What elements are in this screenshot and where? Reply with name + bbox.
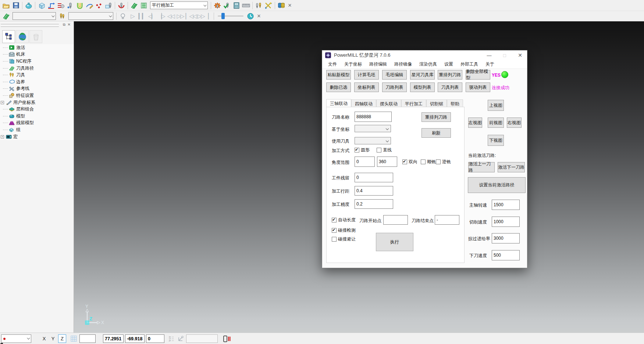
circular-checkbox[interactable]: 圆形	[355, 147, 370, 153]
toolpath-list-button[interactable]: 刀路列表	[382, 83, 407, 92]
menu-path-edit[interactable]: 路径编辑	[366, 61, 391, 67]
stock-remain-input[interactable]	[355, 173, 393, 182]
execute-button[interactable]: 执行	[376, 233, 413, 251]
menu-about[interactable]: 关于	[482, 61, 498, 67]
tree-item-machine[interactable]: 机床	[0, 51, 74, 58]
go-start-icon[interactable]: ▏◁◁	[185, 13, 197, 20]
points-icon[interactable]	[94, 1, 104, 10]
model-list-button[interactable]: 模型列表	[410, 83, 435, 92]
line-checkbox[interactable]: 直线	[377, 147, 392, 153]
panel-toggle-icon[interactable]	[222, 334, 232, 343]
tree-item-patterns[interactable]: 参考线	[0, 85, 74, 92]
tree-item-groups[interactable]: 组	[0, 126, 74, 133]
leads-links-icon[interactable]	[75, 1, 85, 10]
panel-grip[interactable]	[1, 23, 59, 24]
tree-item-macros[interactable]: +宏	[0, 133, 74, 140]
float-panel-icon[interactable]: ⧉	[63, 22, 65, 27]
tab-saw[interactable]: 切割锯	[426, 99, 447, 107]
axis-z-button[interactable]: Z	[58, 334, 66, 343]
simulation-speed-slider[interactable]	[218, 15, 243, 17]
simulation-speed-icon[interactable]	[246, 12, 255, 21]
transform-icon[interactable]	[264, 1, 273, 10]
compare-models-icon[interactable]	[277, 1, 286, 10]
trash-tab[interactable]	[29, 30, 42, 43]
toolbar-close-button[interactable]: ✕	[286, 3, 293, 8]
expand-icon[interactable]: +	[1, 135, 4, 138]
toolpath-heights-icon[interactable]	[46, 1, 56, 10]
collision-avoid-checkbox[interactable]: 碰撞避让	[332, 236, 356, 242]
globe-tab[interactable]	[16, 30, 29, 43]
simulation-tool-select[interactable]	[68, 12, 113, 20]
tool-gold-icon[interactable]	[57, 12, 67, 21]
top-view-button[interactable]: 上视图	[488, 100, 504, 111]
feeds-speeds-icon[interactable]	[117, 1, 126, 10]
tree-item-tools[interactable]: 刀具	[0, 71, 74, 78]
coordinate-list-icon[interactable]: X=Y=Z=	[168, 334, 175, 343]
panel-grip[interactable]	[1, 26, 59, 27]
skim-feed-input[interactable]	[492, 233, 520, 243]
front-view-button[interactable]: 前视图	[488, 117, 504, 128]
tab-tilthead[interactable]: 摆头联动	[376, 99, 401, 107]
nc-program-icon[interactable]	[129, 1, 139, 10]
nc-program-icon[interactable]	[1, 12, 11, 21]
use-tool-select[interactable]	[355, 137, 391, 144]
tab-parallel[interactable]: 平行加工	[401, 99, 426, 107]
toolpath-name-input[interactable]	[355, 112, 392, 122]
tool-list-button[interactable]: 刀具列表	[438, 83, 462, 92]
conventional-mill-checkbox[interactable]: 逆铣	[436, 159, 451, 165]
rewind-icon[interactable]: ◁◁	[166, 13, 175, 20]
tree-item-workplanes[interactable]: +用户坐标系	[0, 99, 74, 106]
menu-file[interactable]: 文件	[324, 61, 341, 67]
maximize-button[interactable]: □	[499, 50, 510, 60]
menu-path-mirror[interactable]: 路径镜像	[391, 61, 416, 67]
menu-external-tools[interactable]: 外部工具	[457, 61, 482, 67]
close-button[interactable]: ✕	[514, 50, 526, 60]
coord-list-button[interactable]: 坐标列表	[354, 83, 379, 92]
slider-handle[interactable]	[221, 13, 225, 19]
tab-4axis[interactable]: 四轴联动	[351, 99, 376, 107]
tree-item-nc-program[interactable]: NC程序	[0, 58, 74, 65]
simulation-toolpath-select[interactable]	[13, 12, 56, 20]
minimize-button[interactable]: —	[483, 50, 495, 60]
verify-icon[interactable]	[222, 1, 232, 10]
axis-y-button[interactable]: Y	[49, 334, 57, 343]
explorer-tree-tab[interactable]	[2, 30, 15, 43]
axis-x-button[interactable]: X	[40, 334, 48, 343]
menu-settings[interactable]: 设置	[441, 61, 457, 67]
tree-item-active[interactable]: 激活	[0, 44, 74, 51]
angle-from-input[interactable]	[355, 157, 375, 167]
rearrange-toolpath-button[interactable]: 重排列刀路	[438, 70, 462, 80]
calc-stock-button[interactable]: 计算毛坯	[354, 70, 379, 80]
right-view-button[interactable]: 右视图	[507, 117, 522, 128]
tool-compensation-icon[interactable]	[56, 1, 65, 10]
auto-length-checkbox[interactable]: 自动长度	[332, 217, 356, 223]
left-view-button[interactable]: 左视图	[468, 117, 482, 128]
dialog-titlebar[interactable]: PowerMILL 忆梦星河 7.0.6 — □ ✕	[322, 50, 527, 60]
menu-about-coords[interactable]: 关于坐标	[341, 61, 366, 67]
collision-check-icon[interactable]	[213, 1, 222, 10]
tree-item-feature-sets[interactable]: 特征设置	[0, 92, 74, 99]
tree-item-levels[interactable]: 层和组合	[0, 106, 74, 113]
stepover-input[interactable]	[355, 186, 393, 196]
shaded-model-icon[interactable]	[24, 1, 33, 10]
angle-to-input[interactable]	[377, 157, 397, 167]
tab-help[interactable]: 帮助	[447, 99, 463, 107]
workplane-indicator-icon[interactable]	[177, 334, 185, 343]
probe-select[interactable]	[1, 334, 31, 343]
block-icon[interactable]	[37, 1, 46, 10]
grid-size-field[interactable]	[79, 334, 96, 343]
activate-prev-toolpath-button[interactable]: 激活上一刀路	[468, 162, 495, 172]
spindle-speed-input[interactable]	[492, 200, 520, 210]
toolpath-preset-select[interactable]: 平行精加工	[150, 1, 208, 9]
go-end-icon[interactable]: ▷▷▕	[197, 13, 209, 20]
stock-edit-button[interactable]: 毛坯编辑	[382, 70, 407, 80]
bottom-view-button[interactable]: 下视图	[488, 135, 504, 146]
climb-mill-checkbox[interactable]: 顺铣	[421, 159, 436, 165]
grid-toggle-button[interactable]	[69, 334, 78, 343]
plunge-feed-input[interactable]	[492, 250, 520, 260]
start-point-input[interactable]	[383, 215, 408, 225]
tree-item-models[interactable]: 模型	[0, 113, 74, 120]
calculator-icon[interactable]	[232, 1, 241, 10]
delete-selected-button[interactable]: 删除已选	[326, 83, 351, 92]
workplane-name-field[interactable]	[186, 334, 218, 343]
